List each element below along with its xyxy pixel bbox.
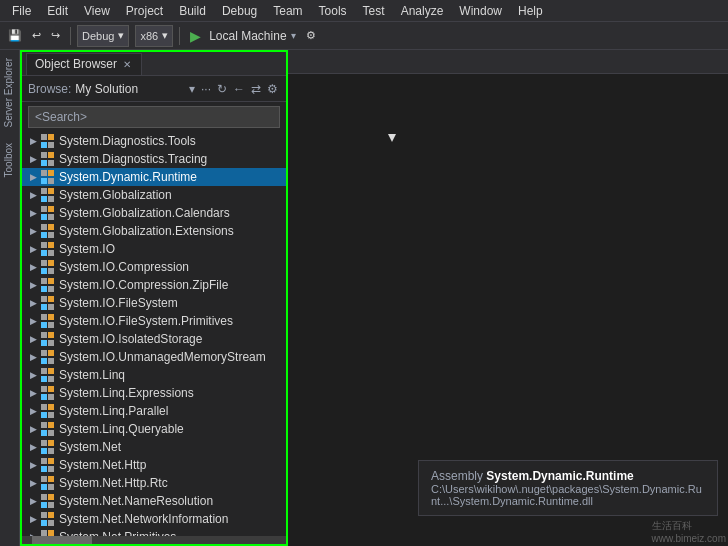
search-input[interactable] [28, 106, 280, 128]
tree-item-label: System.Net.Http.Rtc [59, 476, 168, 490]
menu-debug[interactable]: Debug [214, 2, 265, 20]
browse-bar: Browse: My Solution ▾ ··· ↻ ← ⇄ ⚙ [22, 76, 286, 102]
tree-item[interactable]: ▶System.Net.Http [22, 456, 286, 474]
object-browser-panel: Object Browser ✕ Browse: My Solution ▾ ·… [20, 50, 288, 546]
run-target-label: Local Machine [209, 29, 286, 43]
cursor [388, 134, 396, 148]
assembly-icon [40, 277, 56, 293]
toolbar-redo[interactable]: ↪ [47, 27, 64, 44]
tree-arrow-icon: ▶ [26, 316, 40, 326]
menu-team[interactable]: Team [265, 2, 310, 20]
tree-item[interactable]: ▶System.Globalization [22, 186, 286, 204]
tree-item[interactable]: ▶System.Globalization.Calendars [22, 204, 286, 222]
tree-item[interactable]: ▶System.Linq.Parallel [22, 402, 286, 420]
tree-item[interactable]: ▶System.Globalization.Extensions [22, 222, 286, 240]
tree-item[interactable]: ▶System.Net.NameResolution [22, 492, 286, 510]
tab-strip: Object Browser ✕ [22, 52, 286, 76]
tree-item[interactable]: ▶System.Net.Http.Rtc [22, 474, 286, 492]
menu-window[interactable]: Window [451, 2, 510, 20]
object-browser-tab[interactable]: Object Browser ✕ [26, 53, 142, 75]
browse-back-btn[interactable]: ← [231, 80, 247, 98]
config-dropdown[interactable]: Debug ▾ [77, 25, 129, 47]
assembly-icon [40, 349, 56, 365]
tree-item[interactable]: ▶System.Diagnostics.Tools [22, 132, 286, 150]
toolbar: 💾 ↩ ↪ Debug ▾ x86 ▾ ▶ Local Machine ▾ ⚙ [0, 22, 728, 50]
assembly-icon [40, 241, 56, 257]
tree-arrow-icon: ▶ [26, 154, 40, 164]
h-scrollbar[interactable] [22, 536, 286, 544]
tree-item[interactable]: ▶System.Dynamic.Runtime [22, 168, 286, 186]
tree-item[interactable]: ▶System.Net [22, 438, 286, 456]
menu-help[interactable]: Help [510, 2, 551, 20]
tree-arrow-icon: ▶ [26, 190, 40, 200]
tree-item[interactable]: ▶System.Diagnostics.Tracing [22, 150, 286, 168]
side-tab-server-explorer[interactable]: Server Explorer [0, 50, 19, 135]
tree-arrow-icon: ▶ [26, 460, 40, 470]
side-tab-toolbox[interactable]: Toolbox [0, 135, 19, 185]
assembly-icon [40, 439, 56, 455]
platform-dropdown[interactable]: x86 ▾ [135, 25, 173, 47]
menu-edit[interactable]: Edit [39, 2, 76, 20]
run-target-arrow[interactable]: ▾ [291, 30, 296, 41]
tree-arrow-icon: ▶ [26, 244, 40, 254]
menu-bar: File Edit View Project Build Debug Team … [0, 0, 728, 22]
h-scrollbar-thumb[interactable] [32, 536, 92, 544]
menu-view[interactable]: View [76, 2, 118, 20]
browse-refresh-btn[interactable]: ↻ [215, 80, 229, 98]
tree-item[interactable]: ▶System.Linq.Queryable [22, 420, 286, 438]
assembly-name: System.Dynamic.Runtime [486, 469, 633, 483]
browse-ellipsis-btn[interactable]: ··· [199, 80, 213, 98]
tree-item[interactable]: ▶System.IO.FileSystem [22, 294, 286, 312]
assembly-info-panel: Assembly System.Dynamic.Runtime C:\Users… [418, 460, 718, 516]
assembly-icon [40, 133, 56, 149]
tree-item[interactable]: ▶System.IO.FileSystem.Primitives [22, 312, 286, 330]
tree: ▶System.Diagnostics.Tools▶System.Diagnos… [22, 132, 286, 536]
assembly-icon [40, 385, 56, 401]
menu-build[interactable]: Build [171, 2, 214, 20]
assembly-icon [40, 187, 56, 203]
tree-item-label: System.Dynamic.Runtime [59, 170, 197, 184]
tree-item-label: System.Net.NetworkInformation [59, 512, 228, 526]
browse-sync-btn[interactable]: ⇄ [249, 80, 263, 98]
browse-dropdown-btn[interactable]: ▾ [187, 80, 197, 98]
tree-item[interactable]: ▶System.Net.NetworkInformation [22, 510, 286, 528]
tree-arrow-icon: ▶ [26, 352, 40, 362]
assembly-icon [40, 457, 56, 473]
toolbar-settings[interactable]: ⚙ [302, 27, 320, 44]
tree-item[interactable]: ▶System.IO.IsolatedStorage [22, 330, 286, 348]
assembly-icon [40, 475, 56, 491]
browse-controls: ▾ ··· ↻ ← ⇄ ⚙ [187, 80, 280, 98]
tree-item[interactable]: ▶System.IO [22, 240, 286, 258]
tree-arrow-icon: ▶ [26, 226, 40, 236]
tree-arrow-icon: ▶ [26, 406, 40, 416]
tree-arrow-icon: ▶ [26, 298, 40, 308]
tree-item-label: System.Linq [59, 368, 125, 382]
tab-close-btn[interactable]: ✕ [121, 59, 133, 70]
tree-item-label: System.IO [59, 242, 115, 256]
toolbar-save[interactable]: 💾 [4, 27, 26, 44]
tab-label: Object Browser [35, 57, 117, 71]
tree-arrow-icon: ▶ [26, 388, 40, 398]
assembly-icon [40, 529, 56, 536]
tree-item[interactable]: ▶System.IO.Compression.ZipFile [22, 276, 286, 294]
run-button[interactable]: ▶ [186, 26, 205, 46]
tree-item[interactable]: ▶System.Linq [22, 366, 286, 384]
tree-item-label: System.IO.UnmanagedMemoryStream [59, 350, 266, 364]
tree-item[interactable]: ▶System.Net.Primitives [22, 528, 286, 536]
menu-tools[interactable]: Tools [311, 2, 355, 20]
tree-arrow-icon: ▶ [26, 280, 40, 290]
assembly-icon [40, 295, 56, 311]
menu-file[interactable]: File [4, 2, 39, 20]
tree-item[interactable]: ▶System.IO.UnmanagedMemoryStream [22, 348, 286, 366]
menu-analyze[interactable]: Analyze [393, 2, 452, 20]
menu-test[interactable]: Test [355, 2, 393, 20]
assembly-icon [40, 223, 56, 239]
tree-item-label: System.Globalization.Extensions [59, 224, 234, 238]
toolbar-undo[interactable]: ↩ [28, 27, 45, 44]
side-tabs: Server Explorer Toolbox [0, 50, 20, 546]
tree-item[interactable]: ▶System.IO.Compression [22, 258, 286, 276]
tree-item[interactable]: ▶System.Linq.Expressions [22, 384, 286, 402]
assembly-icon [40, 403, 56, 419]
menu-project[interactable]: Project [118, 2, 171, 20]
browse-settings-btn[interactable]: ⚙ [265, 80, 280, 98]
